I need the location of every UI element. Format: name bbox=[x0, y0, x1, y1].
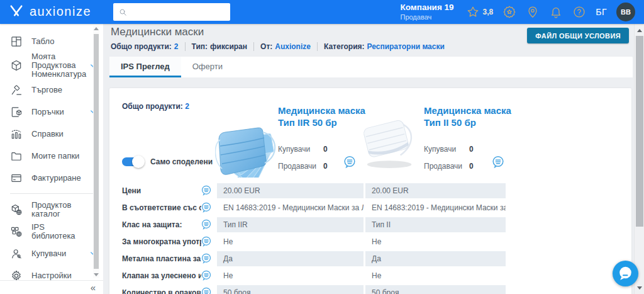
comment-icon[interactable] bbox=[200, 184, 213, 197]
product-title[interactable]: Медицинска маска Тип IIR 50 бр bbox=[278, 105, 371, 128]
sidebar-item[interactable]: Поръчки bbox=[10, 101, 103, 123]
catalog-globe-icon bbox=[10, 203, 23, 216]
sidebar-divider bbox=[10, 193, 93, 194]
page-title: Медицински маски bbox=[111, 26, 204, 38]
company-block[interactable]: Компания 19 Продавач bbox=[400, 3, 453, 21]
terms-file-button[interactable]: ФАЙЛ ОБЩИ УСЛОВИЯ bbox=[527, 28, 629, 43]
attribute-row: В съответствие със стан... EN 14683:2019… bbox=[109, 200, 631, 217]
sidebar-item[interactable]: Купувачи bbox=[10, 242, 103, 264]
logo-text: auxionize bbox=[30, 4, 91, 19]
badge-star-icon[interactable] bbox=[502, 5, 516, 19]
rating-value: 3,8 bbox=[483, 8, 494, 16]
attribute-label: Цени bbox=[122, 186, 201, 195]
attribute-label: Клапан за улеснено изди... bbox=[122, 271, 201, 280]
sidebar-item[interactable]: Моите папки bbox=[10, 145, 103, 167]
scroll-up-arrow[interactable] bbox=[637, 29, 642, 32]
scroll-up-arrow[interactable] bbox=[94, 27, 99, 30]
avatar[interactable]: ВВ bbox=[616, 3, 635, 21]
scroll-down-arrow[interactable] bbox=[94, 273, 99, 276]
star-icon bbox=[466, 5, 480, 19]
sidebar-scrollbar[interactable] bbox=[93, 26, 99, 278]
tab[interactable]: Оферти bbox=[181, 57, 234, 77]
chat-fab[interactable] bbox=[612, 260, 639, 287]
chart-icon bbox=[10, 128, 23, 140]
white-mask-photo bbox=[360, 105, 421, 171]
tab[interactable]: IPS Преглед bbox=[109, 57, 181, 77]
comment-icon[interactable] bbox=[200, 235, 213, 248]
attribute-value-col2: EN 14683:2019 - Медицински Маски за Лице bbox=[365, 200, 506, 215]
comment-icon[interactable] bbox=[200, 201, 213, 214]
sidebar: Табло Моята Продуктова Номенклатура Търг… bbox=[0, 24, 103, 294]
comment-icon[interactable] bbox=[491, 155, 506, 170]
help-icon[interactable] bbox=[572, 5, 586, 19]
sidebar-item[interactable]: Фактуриране bbox=[10, 167, 103, 189]
global-search[interactable] bbox=[113, 3, 230, 21]
logo-x-icon bbox=[9, 4, 24, 20]
dashboard-icon bbox=[10, 35, 23, 48]
main-scroll-thumb[interactable] bbox=[636, 36, 643, 227]
buyers-icon bbox=[10, 247, 23, 260]
attribute-row: Клапан за улеснено изди... Не Не bbox=[109, 268, 631, 285]
product-sellers: Продавачи 0 bbox=[424, 162, 474, 171]
card-total-products: Общо продукти: 2 bbox=[122, 102, 189, 111]
location-icon[interactable] bbox=[526, 5, 540, 19]
attribute-label: Количество в опаковка: bbox=[122, 288, 201, 294]
sidebar-secondary-group: Продуктов каталог IPS библиотека Купувач… bbox=[10, 198, 103, 286]
orders-icon bbox=[10, 106, 23, 118]
attribute-label: В съответствие със стан... bbox=[122, 203, 201, 212]
top-right-actions: Компания 19 Продавач 3,8 БГ ВВ bbox=[400, 0, 635, 24]
sidebar-item[interactable]: Справки bbox=[10, 123, 103, 145]
attribute-value-col2: Да bbox=[365, 251, 506, 266]
sidebar-primary-group: Табло Моята Продуктова Номенклатура Търг… bbox=[10, 30, 103, 189]
comment-icon[interactable] bbox=[200, 286, 213, 294]
main-content: Медицински маски Общо продукти: 2 Тип: ф… bbox=[103, 24, 644, 294]
attribute-value-col2: 20.00 EUR bbox=[365, 183, 506, 198]
comment-icon[interactable] bbox=[200, 218, 213, 231]
meta-item: Общо продукти: 2 bbox=[111, 42, 185, 51]
library-globe-icon bbox=[10, 225, 23, 238]
company-name: Компания 19 bbox=[400, 3, 453, 13]
sidebar-item[interactable]: Табло bbox=[10, 30, 103, 52]
comment-icon[interactable] bbox=[200, 269, 213, 282]
tab-strip: IPS Преглед Оферти bbox=[109, 57, 633, 77]
product-buyers: Купувачи 0 bbox=[424, 145, 474, 154]
product-sellers: Продавачи 0 bbox=[278, 162, 328, 171]
toggle-label: Само споделени атрибути bbox=[150, 157, 214, 166]
comment-icon[interactable] bbox=[342, 155, 357, 170]
attribute-value-col1: EN 14683:2019 - Медицински Маски за Лице bbox=[217, 200, 364, 215]
bell-icon[interactable] bbox=[549, 5, 563, 19]
sidebar-item[interactable]: Търгове bbox=[10, 79, 103, 101]
search-input[interactable] bbox=[131, 8, 225, 17]
shared-attributes-toggle-row: Само споделени атрибути bbox=[122, 157, 214, 166]
product-title[interactable]: Медицинска маска Тип II 50 бр bbox=[424, 105, 517, 128]
attribute-value-col2: Не bbox=[365, 268, 506, 283]
folder-icon bbox=[10, 150, 23, 162]
logo[interactable]: auxionize bbox=[9, 4, 91, 20]
attribute-value-col1: Тип IIR bbox=[217, 217, 364, 232]
sidebar-collapse-button[interactable]: « bbox=[0, 280, 103, 294]
product-box-icon bbox=[10, 59, 23, 72]
meta-item: От: Auxionize bbox=[253, 42, 317, 51]
language-switcher[interactable]: БГ bbox=[596, 7, 607, 17]
attribute-value-col1: Да bbox=[217, 251, 364, 266]
attribute-label: Клас на защита: bbox=[122, 220, 201, 229]
comment-icon[interactable] bbox=[200, 252, 213, 265]
sidebar-item[interactable]: Моята Продуктова Номенклатура bbox=[10, 52, 103, 79]
sidebar-item[interactable]: IPS библиотека bbox=[10, 220, 103, 242]
attribute-value-col1: Не bbox=[217, 268, 364, 283]
rating-widget[interactable]: 3,8 bbox=[466, 5, 494, 19]
attribute-value-col2: Тип II bbox=[365, 217, 506, 232]
invoice-icon bbox=[10, 172, 23, 184]
app-window: auxionize Компания 19 Продавач 3,8 БГ ВВ bbox=[0, 0, 644, 294]
sidebar-scroll-thumb[interactable] bbox=[94, 34, 99, 269]
attribute-row: За многократна употреба: Не Не bbox=[109, 234, 631, 251]
company-role: Продавач bbox=[400, 13, 453, 21]
attribute-value-col1: 50 броя bbox=[217, 285, 364, 294]
shared-attributes-toggle[interactable] bbox=[122, 157, 143, 166]
sidebar-item[interactable]: Продуктов каталог bbox=[10, 198, 103, 220]
main-scrollbar[interactable] bbox=[634, 24, 644, 294]
page-meta: Общо продукти: 2 Тип: фиксиран От: Auxio… bbox=[111, 42, 451, 51]
attribute-row: Метална пластина за при... Да Да bbox=[109, 251, 631, 268]
toggle-knob bbox=[132, 155, 145, 168]
gavel-icon bbox=[10, 84, 23, 96]
